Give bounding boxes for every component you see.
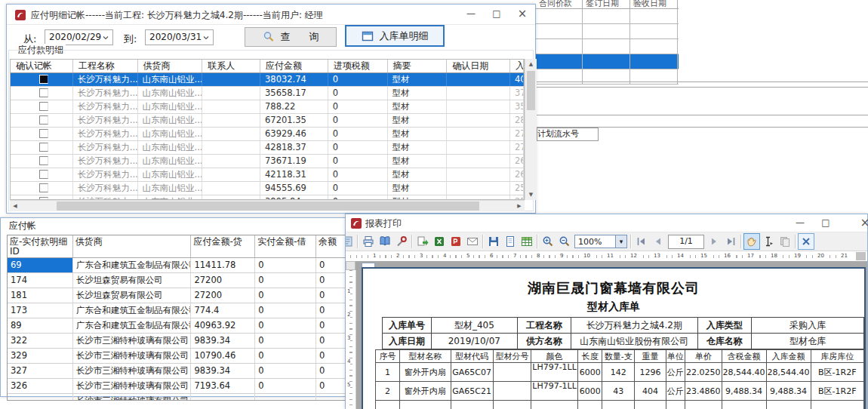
printer-button[interactable] bbox=[360, 233, 377, 250]
scroll-right-arrow[interactable]: ▶ bbox=[514, 201, 525, 211]
confirm-checkbox[interactable] bbox=[39, 88, 48, 97]
payable-table-row[interactable]: 长沙万科魅力...山东南山铝业...73671.190型材266 bbox=[11, 155, 524, 168]
detail-cell: 9,488.34 bbox=[722, 382, 766, 401]
w3-maximize-button[interactable]: □ bbox=[813, 214, 839, 232]
nav-next-button[interactable] bbox=[706, 233, 722, 250]
page-number-box[interactable]: 1/1 bbox=[668, 235, 704, 249]
to-date-combo[interactable]: 2020/03/31 bbox=[145, 29, 214, 45]
pdf-button[interactable] bbox=[448, 233, 464, 250]
payable-account-row[interactable]: 174长沙坦森贸易有限公司2720000 bbox=[8, 273, 346, 288]
payable-account-row[interactable]: 长沙市三湘特种玻璃有限公司 bbox=[8, 394, 346, 400]
stockin-detail-button[interactable]: 入库单明细 bbox=[345, 25, 445, 47]
w1-column-header[interactable]: 入库 bbox=[510, 60, 524, 72]
scroll-left-arrow[interactable]: ◀ bbox=[10, 201, 20, 211]
payable-account-row[interactable]: 329长沙市三湘特种玻璃有限公司10790.4600 bbox=[8, 349, 346, 364]
confirm-cell bbox=[11, 87, 73, 100]
payable-account-row[interactable]: 327长沙市三湘特种玻璃有限公司9839.3400 bbox=[8, 364, 346, 379]
payable-account-row[interactable]: 326长沙市三湘特种玻璃有限公司7193.6400 bbox=[8, 379, 346, 394]
payable-account-row[interactable]: 322长沙市三湘特种玻璃有限公司9839.3400 bbox=[8, 334, 346, 349]
book-button[interactable] bbox=[377, 233, 393, 250]
background-table-row[interactable] bbox=[536, 24, 679, 39]
background-table-row[interactable] bbox=[536, 39, 679, 54]
w1-close-button[interactable]: × bbox=[509, 5, 535, 23]
save-button[interactable] bbox=[485, 233, 502, 250]
report-print-window: 报表打印 — □ × 100%▾1/1 12345678910111213141… bbox=[345, 214, 868, 409]
w1-column-header[interactable]: 工程名称 bbox=[73, 60, 138, 72]
w3-titlebar[interactable]: 报表打印 — □ × bbox=[346, 214, 867, 232]
zoom-in-button[interactable] bbox=[540, 233, 556, 250]
tools-button[interactable] bbox=[393, 233, 410, 250]
nav-prev-button[interactable] bbox=[650, 233, 666, 250]
export-button[interactable] bbox=[414, 233, 431, 250]
w1-column-header[interactable]: 确认记帐 bbox=[11, 60, 73, 72]
w2-column-header[interactable]: 供货商 bbox=[73, 235, 192, 257]
w1-maximize-button[interactable]: □ bbox=[484, 5, 509, 23]
w1-vertical-scrollbar[interactable]: ▲ ▼ bbox=[525, 59, 537, 200]
w3-close-button[interactable]: × bbox=[852, 214, 868, 232]
nav-last-button[interactable] bbox=[722, 233, 739, 250]
confirm-checkbox[interactable] bbox=[39, 170, 48, 179]
background-table-row[interactable] bbox=[536, 54, 679, 69]
nav-first-button[interactable] bbox=[633, 233, 650, 250]
scroll-down-arrow[interactable]: ▼ bbox=[525, 189, 537, 200]
page-button[interactable] bbox=[502, 233, 519, 250]
payable-table-row[interactable]: 长沙万科魅力...山东南山铝业...42818.370型材275 bbox=[11, 141, 524, 155]
w1-column-header[interactable]: 应付金额 bbox=[260, 60, 328, 72]
w1-column-header[interactable]: 进项税额 bbox=[328, 60, 388, 72]
payable-table-row[interactable]: 长沙万科魅力...山东南山铝业...38032.740型材405 bbox=[11, 73, 524, 87]
confirm-checkbox[interactable] bbox=[39, 183, 48, 192]
zoom-level-combo[interactable]: 100%▾ bbox=[574, 235, 627, 248]
from-date-combo[interactable]: 2020/02/29 bbox=[45, 29, 113, 45]
w2-cell: 0 bbox=[255, 303, 316, 318]
query-button[interactable]: 查 询 bbox=[245, 27, 337, 47]
grid-button[interactable] bbox=[519, 233, 535, 250]
w2-column-header[interactable]: 应-实付款明细ID bbox=[8, 235, 73, 257]
w1-hscroll-thumb[interactable] bbox=[57, 201, 479, 211]
confirm-checkbox[interactable] bbox=[39, 102, 48, 111]
payable-table-row[interactable]: 长沙万科魅力...山东南山铝业...94555.690型材251 bbox=[11, 182, 524, 195]
w1-column-header[interactable]: 摘要 bbox=[388, 60, 448, 72]
mail-button[interactable] bbox=[464, 233, 481, 250]
payable-table-row[interactable]: 长沙万科魅力...山东南山铝业...35658.170型材376 bbox=[11, 87, 524, 100]
w3-minimize-button[interactable]: — bbox=[787, 214, 813, 232]
excel-button[interactable] bbox=[431, 233, 448, 250]
w1-column-header[interactable]: 供货商 bbox=[138, 60, 203, 72]
confirm-checkbox[interactable] bbox=[39, 156, 48, 165]
zoom-out-button[interactable] bbox=[556, 233, 573, 250]
payable-account-row[interactable]: 181长沙坦森贸易有限公司2720000 bbox=[8, 288, 346, 303]
confirm-checkbox[interactable] bbox=[39, 115, 48, 125]
w2-cell: 0 bbox=[255, 288, 316, 303]
background-table-row[interactable] bbox=[536, 69, 679, 85]
w2-column-header[interactable]: 应付金额-贷 bbox=[191, 235, 255, 257]
payable-table-row[interactable]: 长沙万科魅力...山东南山铝业...67201.350型材283 bbox=[11, 114, 524, 128]
confirm-checkbox[interactable] bbox=[39, 75, 48, 84]
hand-button[interactable] bbox=[743, 233, 760, 250]
payable-account-row[interactable]: 173广东合和建筑五金制品有限公司774.400 bbox=[8, 303, 346, 318]
payable-table-row[interactable]: 长沙万科魅力...山东南山铝业...788.220型材358 bbox=[11, 100, 524, 114]
w1-minimize-button[interactable]: — bbox=[458, 5, 484, 23]
confirm-checkbox[interactable] bbox=[39, 129, 48, 138]
payable-account-row[interactable]: 69广东合和建筑五金制品有限公司11411.7800 bbox=[8, 258, 346, 273]
clipped-report-button[interactable] bbox=[346, 233, 356, 250]
close-x-button[interactable] bbox=[798, 233, 814, 250]
w1-horizontal-scrollbar[interactable]: ◀ ▶ bbox=[10, 200, 525, 211]
background-table-row[interactable] bbox=[536, 9, 679, 24]
payable-account-row[interactable]: 89广东合和建筑五金制品有限公司40963.9200 bbox=[8, 318, 346, 334]
copy-button[interactable] bbox=[777, 233, 793, 250]
scroll-up-arrow[interactable]: ▲ bbox=[525, 59, 537, 69]
ruler-number: 4 bbox=[347, 358, 350, 364]
payable-table-row[interactable]: 长沙万科魅力...山东南山铝业...42118.310型材265 bbox=[11, 168, 524, 182]
payable-table-row[interactable]: 长沙万科魅力...山东南山铝业...63929.460型材276 bbox=[11, 128, 524, 141]
w1-titlebar[interactable]: 应付明细记帐------当前工程: 长沙万科魅力之城4.2期------当前用户… bbox=[7, 5, 535, 25]
w1-cell bbox=[447, 73, 510, 86]
w1-cell: 型材 bbox=[388, 100, 448, 113]
w1-column-header[interactable]: 联系人 bbox=[202, 60, 260, 72]
w2-column-header[interactable]: 实付金额-借 bbox=[255, 235, 316, 257]
zoom-combo-dropdown-arrow[interactable]: ▾ bbox=[615, 235, 626, 248]
ibeam-button[interactable] bbox=[760, 233, 777, 250]
confirm-checkbox[interactable] bbox=[39, 143, 48, 152]
w1-column-header[interactable]: 确认日期 bbox=[447, 60, 510, 72]
report-preview-area[interactable]: 12345 湖南巨晟门窗幕墙有限公司 型材入库单 入库单号型材_405工程名称长… bbox=[346, 261, 867, 409]
w1-vscroll-thumb[interactable] bbox=[527, 71, 535, 110]
w2-column-header[interactable]: 余额 bbox=[316, 235, 346, 257]
